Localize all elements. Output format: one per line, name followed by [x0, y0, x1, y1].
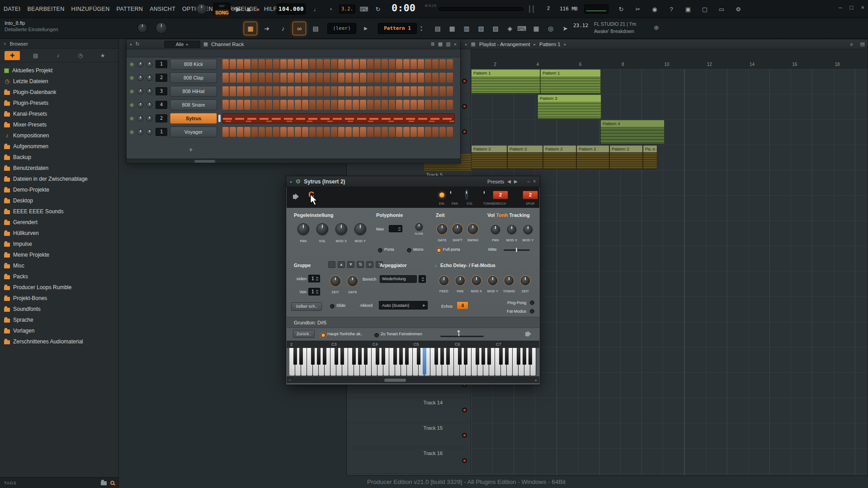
tab-files[interactable]: ▤ — [24, 52, 47, 59]
scrollbar-handle[interactable] — [194, 160, 215, 163]
track-record-dot[interactable] — [462, 433, 467, 438]
browser-item[interactable]: Gerendert — [0, 217, 118, 228]
channel-button[interactable]: 808 Snare — [170, 99, 217, 110]
step-cell[interactable] — [345, 73, 352, 83]
step-cell[interactable] — [251, 86, 258, 96]
mod-x-knob[interactable] — [472, 276, 481, 285]
sync-icon[interactable]: ↻ — [616, 4, 627, 14]
playlist-track-header[interactable]: Track 15 — [347, 423, 471, 448]
browser-item[interactable]: Aufgenommen — [0, 141, 118, 152]
max-poly-stepper[interactable] — [389, 225, 402, 232]
piano-icon[interactable]: ▦ — [530, 22, 542, 35]
preset-prev-icon[interactable]: ◀ — [507, 179, 511, 184]
step-cell[interactable] — [432, 73, 439, 83]
zu-tonart-radio[interactable] — [374, 333, 379, 338]
master-pitch-knob[interactable] — [156, 22, 167, 34]
playlist-icon[interactable]: ▤ — [431, 22, 444, 35]
wiederholung-box[interactable]: Wiederholung — [380, 275, 417, 283]
step-cell[interactable] — [432, 127, 439, 137]
step-cell[interactable] — [288, 73, 294, 83]
step-cell[interactable] — [338, 127, 344, 137]
step-cell[interactable] — [389, 86, 395, 96]
pattern-clip[interactable]: Pattern 2 — [609, 145, 643, 169]
track-record-dot[interactable] — [462, 104, 467, 109]
step-cell[interactable] — [324, 86, 330, 96]
pingpong-radio[interactable] — [530, 300, 534, 305]
channel-enable-led[interactable] — [130, 90, 133, 93]
browser-item[interactable]: Kanal-Presets — [0, 108, 118, 119]
cut-tool-icon[interactable]: ✂ — [632, 4, 643, 14]
zeit-knob[interactable] — [330, 276, 340, 286]
step-cell[interactable] — [447, 73, 453, 83]
shuffle-dial[interactable] — [196, 4, 207, 14]
step-cell[interactable] — [374, 59, 381, 69]
step-cell[interactable] — [403, 59, 410, 69]
piano-key-black[interactable] — [405, 348, 409, 365]
step-cell[interactable] — [230, 59, 236, 69]
channel-rack-titlebar[interactable]: ▸ ↻ Alle ▸ ▦ Channel Rack ≣ ▦ ▥ × — [127, 39, 460, 49]
piano-key-black[interactable] — [517, 348, 520, 365]
step-cell[interactable] — [273, 59, 279, 69]
keyboard-scrollbar[interactable]: « ▸ — [287, 376, 539, 383]
time-display[interactable]: 0:00 — [392, 2, 415, 14]
browser-item[interactable]: Meine Projekte — [0, 249, 118, 260]
step-cell[interactable] — [324, 59, 330, 69]
add-channel-button[interactable]: + — [187, 146, 194, 153]
arp-slide-radio[interactable] — [330, 304, 335, 309]
pattern-clip[interactable]: Pattern 2 — [507, 145, 543, 169]
presets-label[interactable]: Presets — [487, 179, 504, 184]
step-cell[interactable] — [432, 100, 439, 110]
channel-button[interactable]: 808 Clap — [170, 72, 217, 83]
mixer-track-number[interactable]: 2 — [156, 114, 167, 122]
piano-key-black[interactable] — [393, 348, 397, 365]
step-cell[interactable] — [259, 73, 265, 83]
step-cell[interactable] — [302, 73, 308, 83]
channel-enable-led[interactable] — [130, 103, 133, 107]
repeat-stepper[interactable] — [419, 275, 426, 283]
pattern-clip[interactable]: Pattern 2 — [543, 145, 576, 169]
step-cell[interactable] — [259, 86, 265, 96]
tab-sounds[interactable]: ♪ — [47, 52, 70, 59]
search-icon[interactable] — [110, 481, 114, 485]
step-cell[interactable] — [266, 86, 272, 96]
step-cell[interactable] — [360, 100, 366, 110]
step-cell[interactable] — [295, 59, 301, 69]
step-cell[interactable] — [244, 73, 250, 83]
channel-enable-led[interactable] — [130, 131, 133, 134]
step-cell[interactable] — [447, 127, 453, 137]
piano-key-black[interactable] — [382, 348, 385, 365]
step-cell[interactable] — [418, 86, 424, 96]
step-cell[interactable] — [237, 127, 243, 137]
step-cell[interactable] — [410, 59, 417, 69]
piano-key-black[interactable] — [364, 348, 368, 365]
sytrus-gear-icon[interactable]: ⚙ — [296, 178, 301, 185]
step-cell[interactable] — [244, 127, 250, 137]
step-cell[interactable] — [439, 59, 446, 69]
browser-item[interactable]: Desktop — [0, 195, 118, 206]
help-icon[interactable]: ? — [666, 4, 677, 14]
piano-key-black[interactable] — [376, 348, 379, 365]
channel-rack-icon[interactable]: ▥ — [460, 22, 473, 35]
track-record-dot[interactable] — [462, 458, 467, 463]
channel-button[interactable]: Voyager — [170, 127, 217, 137]
channel-pan-knob[interactable] — [137, 129, 143, 135]
microphone-icon[interactable]: ◉ — [649, 4, 660, 14]
tab-all-plus[interactable]: ✚ — [5, 51, 20, 60]
step-cell[interactable] — [295, 73, 301, 83]
step-cell[interactable] — [316, 86, 323, 96]
browser-item[interactable]: Sprache — [0, 314, 118, 325]
mixer-icon[interactable]: ▧ — [475, 22, 487, 35]
record-button[interactable]: ● — [256, 6, 260, 13]
step-cell[interactable] — [222, 86, 229, 96]
pan-knob[interactable] — [297, 223, 309, 235]
channel-volume-knob[interactable] — [146, 116, 152, 122]
step-cell[interactable] — [425, 73, 431, 83]
chevron-icon[interactable]: ▸ — [564, 42, 566, 47]
gruppe-row2-stepper[interactable]: 1 — [308, 288, 320, 296]
playlist-pattern-label[interactable]: Pattern 1 — [539, 42, 561, 47]
midi-pan-knob[interactable] — [450, 190, 451, 199]
close-icon[interactable]: × — [454, 42, 457, 47]
layout-icon[interactable]: ▥ — [446, 41, 450, 47]
step-cell[interactable] — [432, 86, 439, 96]
step-cell[interactable] — [331, 73, 337, 83]
